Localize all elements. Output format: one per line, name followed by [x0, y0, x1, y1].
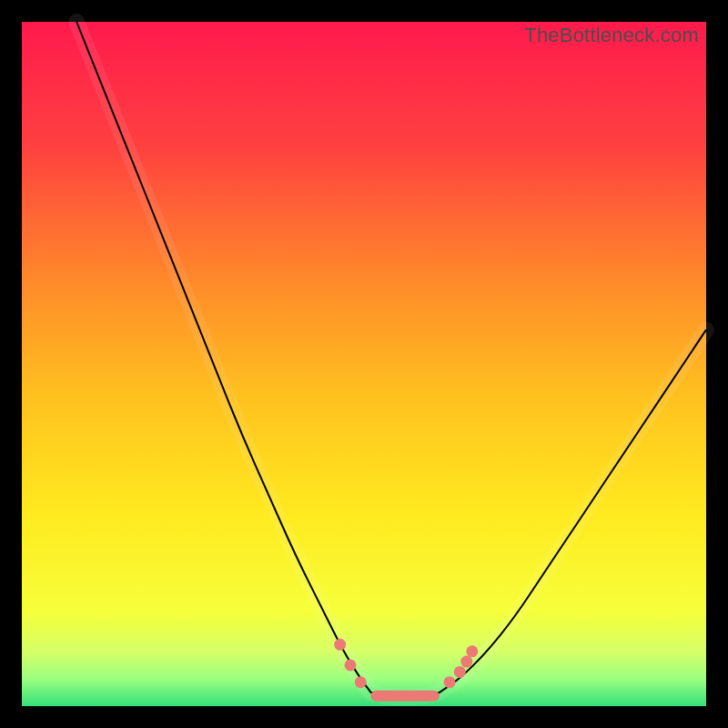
plot-area: TheBottleneck.com [22, 22, 706, 706]
marker-dot [454, 666, 466, 678]
marker-dot [466, 645, 478, 657]
marker-dot [344, 659, 356, 671]
marker-dot [444, 676, 456, 688]
chart-svg [22, 22, 706, 706]
outer-frame: TheBottleneck.com [0, 0, 728, 728]
bottleneck-curve [76, 22, 706, 697]
curve-glow [76, 22, 706, 697]
marker-dot [460, 656, 472, 668]
marker-dot [334, 639, 346, 651]
marker-dot [355, 676, 367, 688]
marker-floor [371, 691, 440, 702]
